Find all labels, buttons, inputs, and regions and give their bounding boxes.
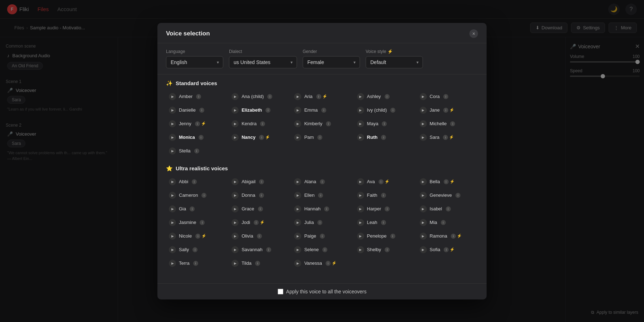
info-badge[interactable]: i bbox=[318, 193, 323, 198]
voice-item-genevieve[interactable]: ▶Genevievei bbox=[417, 190, 478, 201]
voice-item-tilda[interactable]: ▶Tildai bbox=[229, 258, 290, 269]
voice-item-cameron[interactable]: ▶Cameroni bbox=[166, 190, 227, 201]
info-badge[interactable]: i bbox=[385, 94, 390, 99]
info-badge[interactable]: i bbox=[254, 220, 259, 225]
voice-play-btn[interactable]: ▶ bbox=[420, 134, 427, 141]
language-select[interactable]: English Spanish French German bbox=[166, 56, 223, 68]
voice-play-btn[interactable]: ▶ bbox=[420, 246, 427, 253]
dialect-select[interactable]: us United States uk United Kingdom au Au… bbox=[229, 56, 297, 68]
info-badge[interactable]: i bbox=[265, 108, 270, 113]
info-badge[interactable]: i bbox=[200, 220, 205, 225]
apply-all-checkbox[interactable] bbox=[278, 289, 283, 294]
voice-item-ruth[interactable]: ▶Ruthi bbox=[354, 132, 415, 143]
info-badge[interactable]: i bbox=[390, 234, 395, 239]
info-badge[interactable]: i bbox=[196, 94, 201, 99]
voice-item-grace[interactable]: ▶Gracei bbox=[229, 203, 290, 215]
voice-play-btn[interactable]: ▶ bbox=[231, 178, 239, 185]
voice-item-michelle[interactable]: ▶Michellei bbox=[417, 118, 478, 130]
info-badge[interactable]: i bbox=[259, 193, 264, 198]
voice-item-bella[interactable]: ▶Bellai⚡ bbox=[417, 176, 478, 187]
voice-play-btn[interactable]: ▶ bbox=[357, 178, 364, 185]
voice-play-btn[interactable]: ▶ bbox=[420, 219, 427, 226]
voice-item-vanessa[interactable]: ▶Vanessai⚡ bbox=[291, 258, 352, 269]
voice-play-btn[interactable]: ▶ bbox=[169, 134, 176, 141]
info-badge[interactable]: i bbox=[451, 234, 456, 239]
info-badge[interactable]: i bbox=[385, 206, 390, 211]
voice-item-sally[interactable]: ▶Sallyi bbox=[166, 244, 227, 255]
info-badge[interactable]: i bbox=[317, 135, 322, 140]
voice-play-btn[interactable]: ▶ bbox=[231, 260, 239, 267]
info-badge[interactable]: i bbox=[444, 179, 449, 184]
apply-all-label[interactable]: Apply this voice to all the voiceovers bbox=[278, 289, 367, 294]
voice-play-btn[interactable]: ▶ bbox=[420, 178, 427, 185]
voice-item-ava[interactable]: ▶Avai⚡ bbox=[354, 176, 415, 187]
info-badge[interactable]: i bbox=[381, 220, 386, 225]
voice-item-terra[interactable]: ▶Terrai bbox=[166, 258, 227, 269]
voice-item-kendra[interactable]: ▶Kendrai bbox=[229, 118, 290, 130]
voice-item-mia[interactable]: ▶Miai bbox=[417, 217, 478, 228]
voice-play-btn[interactable]: ▶ bbox=[357, 134, 364, 141]
info-badge[interactable]: i bbox=[381, 193, 386, 198]
info-badge[interactable]: i bbox=[195, 234, 200, 239]
voice-play-btn[interactable]: ▶ bbox=[420, 120, 427, 127]
voice-play-btn[interactable]: ▶ bbox=[420, 205, 427, 213]
voice-play-btn[interactable]: ▶ bbox=[420, 233, 427, 240]
voice-play-btn[interactable]: ▶ bbox=[231, 205, 239, 213]
voice-play-btn[interactable]: ▶ bbox=[294, 205, 301, 213]
voice-play-btn[interactable]: ▶ bbox=[357, 205, 364, 213]
info-badge[interactable]: i bbox=[444, 247, 449, 252]
voice-style-select[interactable]: Default News Calm Cheerful bbox=[366, 56, 423, 68]
voice-play-btn[interactable]: ▶ bbox=[294, 219, 301, 226]
voice-play-btn[interactable]: ▶ bbox=[420, 93, 427, 100]
voice-item-alana[interactable]: ▶Alanai bbox=[291, 176, 352, 187]
voice-play-btn[interactable]: ▶ bbox=[357, 93, 364, 100]
voice-play-btn[interactable]: ▶ bbox=[169, 219, 176, 226]
info-badge[interactable]: i bbox=[321, 108, 326, 113]
voice-play-btn[interactable]: ▶ bbox=[169, 205, 176, 213]
voice-play-btn[interactable]: ▶ bbox=[294, 192, 301, 199]
voice-play-btn[interactable]: ▶ bbox=[420, 107, 427, 114]
voice-play-btn[interactable]: ▶ bbox=[294, 233, 301, 240]
info-badge[interactable]: i bbox=[201, 193, 206, 198]
info-badge[interactable]: i bbox=[443, 135, 448, 140]
info-badge[interactable]: i bbox=[260, 121, 265, 126]
voice-item-ashley[interactable]: ▶Ashleyi bbox=[354, 91, 415, 102]
voice-play-btn[interactable]: ▶ bbox=[294, 134, 301, 141]
voice-item-ellen[interactable]: ▶Elleni bbox=[291, 190, 352, 201]
info-badge[interactable]: i bbox=[195, 121, 200, 126]
voice-play-btn[interactable]: ▶ bbox=[231, 107, 239, 114]
info-badge[interactable]: i bbox=[259, 179, 264, 184]
info-badge[interactable]: i bbox=[385, 247, 390, 252]
voice-play-btn[interactable]: ▶ bbox=[169, 178, 176, 185]
voice-item-shelby[interactable]: ▶Shelbyi bbox=[354, 244, 415, 255]
voice-play-btn[interactable]: ▶ bbox=[357, 120, 364, 127]
voice-item-amber[interactable]: ▶Amberi bbox=[166, 91, 227, 102]
voice-play-btn[interactable]: ▶ bbox=[231, 219, 239, 226]
info-badge[interactable]: i bbox=[322, 247, 327, 252]
info-badge[interactable]: i bbox=[379, 179, 384, 184]
voice-item-elizabeth[interactable]: ▶Elizabethi bbox=[229, 104, 290, 116]
info-badge[interactable]: i bbox=[194, 148, 199, 153]
voice-item-pam[interactable]: ▶Pami bbox=[291, 132, 352, 143]
voice-item-penelope[interactable]: ▶Penelopei bbox=[354, 230, 415, 242]
voice-item-hannah[interactable]: ▶Hannahi bbox=[291, 203, 352, 215]
info-badge[interactable]: i bbox=[382, 121, 387, 126]
voice-play-btn[interactable]: ▶ bbox=[357, 246, 364, 253]
voice-item-kimberly[interactable]: ▶Kimberlyi bbox=[291, 118, 352, 130]
info-badge[interactable]: i bbox=[192, 179, 197, 184]
gender-select[interactable]: Female Male Any bbox=[303, 56, 360, 68]
voice-item-jasmine[interactable]: ▶Jasminei bbox=[166, 217, 227, 228]
voice-play-btn[interactable]: ▶ bbox=[169, 233, 176, 240]
voice-item-ivy--child-[interactable]: ▶Ivy (child)i bbox=[354, 104, 415, 116]
info-badge[interactable]: i bbox=[443, 94, 448, 99]
info-badge[interactable]: i bbox=[192, 247, 197, 252]
voice-play-btn[interactable]: ▶ bbox=[169, 260, 176, 267]
voice-play-btn[interactable]: ▶ bbox=[294, 93, 301, 100]
voice-item-stella[interactable]: ▶Stellai bbox=[166, 145, 227, 157]
info-badge[interactable]: i bbox=[258, 206, 263, 211]
info-badge[interactable]: i bbox=[381, 135, 386, 140]
info-badge[interactable]: i bbox=[443, 108, 448, 113]
voice-item-leah[interactable]: ▶Leahi bbox=[354, 217, 415, 228]
voice-item-paige[interactable]: ▶Paigei bbox=[291, 230, 352, 242]
info-badge[interactable]: i bbox=[326, 121, 331, 126]
